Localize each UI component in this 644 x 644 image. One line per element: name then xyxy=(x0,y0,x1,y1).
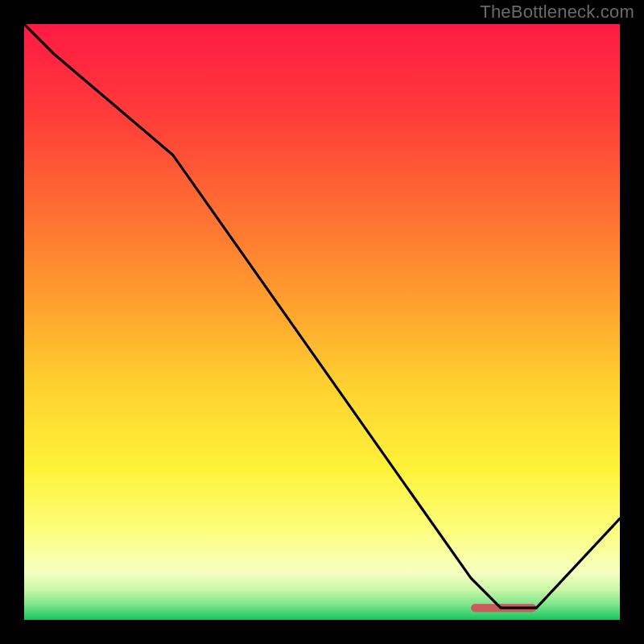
gradient-background xyxy=(24,24,620,620)
chart-svg xyxy=(24,24,620,620)
chart-frame: TheBottleneck.com xyxy=(0,0,644,644)
watermark-text: TheBottleneck.com xyxy=(480,2,634,23)
plot-area xyxy=(24,24,620,620)
